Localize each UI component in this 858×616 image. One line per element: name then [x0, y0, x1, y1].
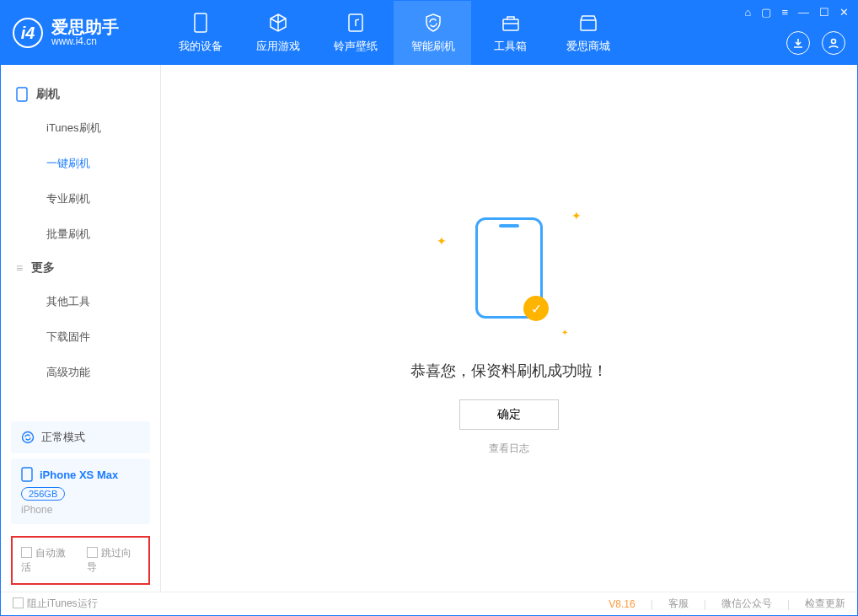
view-log-link[interactable]: 查看日志	[489, 442, 529, 456]
sidebar-item-other-tools[interactable]: 其他工具	[1, 284, 160, 319]
nav-label: 工具箱	[494, 39, 527, 54]
svg-point-6	[23, 432, 34, 443]
svg-rect-0	[195, 13, 206, 32]
sidebar-item-batch-flash[interactable]: 批量刷机	[1, 217, 160, 252]
download-icon[interactable]	[786, 31, 810, 55]
nav-label: 应用游戏	[256, 39, 300, 54]
close-button[interactable]: ✕	[839, 6, 849, 19]
device-info[interactable]: iPhone XS Max 256GB iPhone	[11, 458, 150, 524]
auto-activate-checkbox[interactable]: 自动激活	[21, 546, 75, 575]
device-icon	[190, 12, 212, 34]
header-actions	[786, 31, 845, 55]
nav-store[interactable]: 爱思商城	[549, 1, 626, 65]
logo-text: 爱思助手 www.i4.cn	[51, 18, 119, 47]
version-label: V8.16	[609, 598, 635, 610]
app-header: i4 爱思助手 www.i4.cn 我的设备 应用游戏 铃声壁纸 智能刷机 工具…	[1, 1, 857, 65]
status-bar: 阻止iTunes运行 V8.16 | 客服 | 微信公众号 | 检查更新	[1, 592, 857, 615]
window-controls: ⌂ ▢ ≡ — ☐ ✕	[745, 6, 849, 19]
ok-button[interactable]: 确定	[459, 399, 559, 430]
nav-label: 智能刷机	[411, 39, 455, 54]
nav-label: 铃声壁纸	[334, 39, 378, 54]
phone-icon	[16, 87, 28, 102]
sidebar-item-oneclick-flash[interactable]: 一键刷机	[1, 146, 160, 181]
app-body: 刷机 iTunes刷机 一键刷机 专业刷机 批量刷机 ≡ 更多 其他工具 下载固…	[1, 65, 857, 592]
sidebar-item-advanced[interactable]: 高级功能	[1, 355, 160, 390]
svg-rect-5	[17, 88, 27, 101]
menu-icon[interactable]: ≡	[781, 6, 788, 19]
flash-options-highlighted: 自动激活 跳过向导	[11, 536, 150, 585]
sidebar-item-download-fw[interactable]: 下载固件	[1, 319, 160, 355]
tshirt-icon[interactable]: ⌂	[745, 6, 752, 19]
music-file-icon	[345, 12, 367, 34]
nav-ringtones[interactable]: 铃声壁纸	[316, 1, 394, 65]
success-message: 恭喜您，保资料刷机成功啦！	[410, 361, 608, 381]
minimize-button[interactable]: —	[798, 6, 809, 19]
skip-guide-checkbox[interactable]: 跳过向导	[87, 546, 141, 575]
wechat-link[interactable]: 微信公众号	[721, 597, 772, 611]
logo-icon: i4	[13, 18, 43, 48]
nav-label: 我的设备	[179, 39, 223, 54]
sync-icon	[21, 431, 35, 444]
app-url: www.i4.cn	[51, 36, 119, 47]
nav-apps[interactable]: 应用游戏	[239, 1, 316, 65]
group-title: 刷机	[36, 87, 60, 102]
user-icon[interactable]	[822, 31, 845, 55]
main-nav: 我的设备 应用游戏 铃声壁纸 智能刷机 工具箱 爱思商城	[161, 1, 626, 65]
shield-refresh-icon	[422, 12, 444, 34]
check-badge-icon: ✓	[523, 296, 549, 321]
sidebar: 刷机 iTunes刷机 一键刷机 专业刷机 批量刷机 ≡ 更多 其他工具 下载固…	[1, 65, 161, 592]
store-icon	[577, 12, 599, 34]
phone-icon	[21, 467, 33, 482]
mode-label: 正常模式	[41, 430, 85, 445]
sidebar-item-itunes-flash[interactable]: iTunes刷机	[1, 110, 160, 146]
sidebar-group-more: ≡ 更多	[1, 252, 160, 284]
list-icon: ≡	[16, 261, 23, 275]
phone-success-icon: ✓	[475, 217, 543, 319]
device-type: iPhone	[21, 504, 140, 516]
main-content: ✦ ✦ ✦ ✓ 恭喜您，保资料刷机成功啦！ 确定 查看日志	[161, 65, 857, 592]
svg-rect-3	[581, 20, 596, 30]
sidebar-group-flash: 刷机	[1, 78, 160, 110]
device-capacity: 256GB	[21, 487, 65, 501]
svg-point-4	[832, 40, 836, 44]
cube-icon	[267, 12, 289, 34]
check-update-link[interactable]: 检查更新	[805, 597, 845, 611]
support-link[interactable]: 客服	[668, 597, 689, 611]
logo[interactable]: i4 爱思助手 www.i4.cn	[1, 1, 161, 65]
device-name: iPhone XS Max	[40, 469, 118, 481]
mode-indicator[interactable]: 正常模式	[11, 421, 150, 453]
success-illustration: ✦ ✦ ✦ ✓	[442, 201, 576, 335]
lock-icon[interactable]: ▢	[761, 6, 771, 19]
block-itunes-checkbox[interactable]: 阻止iTunes运行	[13, 597, 98, 611]
svg-rect-7	[22, 468, 32, 481]
group-title: 更多	[31, 260, 55, 276]
sidebar-item-pro-flash[interactable]: 专业刷机	[1, 181, 160, 217]
nav-my-device[interactable]: 我的设备	[161, 1, 239, 65]
maximize-button[interactable]: ☐	[819, 6, 829, 19]
nav-toolbox[interactable]: 工具箱	[471, 1, 549, 65]
toolbox-icon	[500, 12, 522, 34]
svg-rect-2	[503, 19, 518, 30]
nav-flash[interactable]: 智能刷机	[394, 1, 471, 65]
app-name: 爱思助手	[51, 18, 119, 36]
nav-label: 爱思商城	[566, 39, 610, 54]
